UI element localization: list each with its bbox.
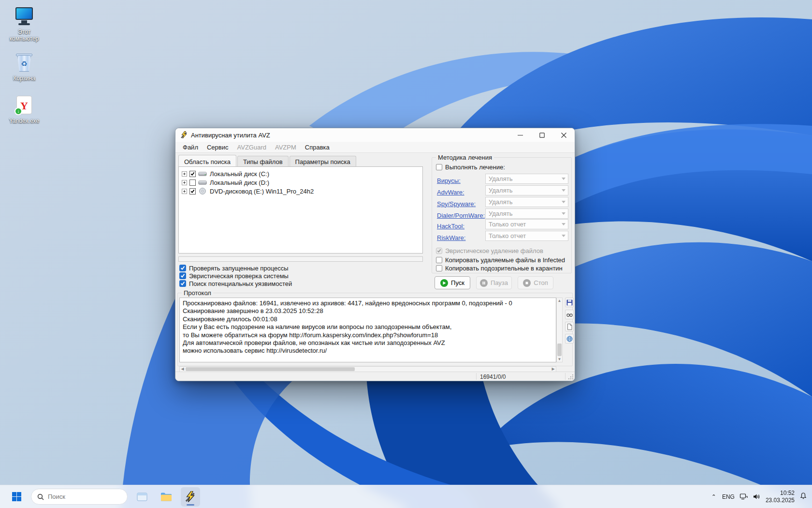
checkbox-unchecked[interactable] xyxy=(189,179,196,186)
combo-value: Только отчет xyxy=(489,221,526,228)
play-icon xyxy=(440,279,448,287)
log-line: Для автоматической проверки файлов, не о… xyxy=(183,339,553,347)
window-app-icon xyxy=(136,491,148,503)
this-pc-icon xyxy=(14,6,35,27)
option-label: Копировать подозрительные в карантин xyxy=(445,265,563,272)
taskbar-clock[interactable]: 10:52 23.03.2025 xyxy=(766,490,795,504)
option-copy-suspicious[interactable]: Копировать подозрительные в карантин xyxy=(436,264,563,272)
chevron-down-icon xyxy=(562,201,566,203)
combo-value: Удалять xyxy=(489,198,512,206)
menu-help[interactable]: Справка xyxy=(301,142,334,152)
tree-item-label: DVD-дисковод (E:) Win11_Pro_24h2 xyxy=(210,188,314,195)
log-toolbar xyxy=(565,298,574,346)
option-copy-deleted[interactable]: Копировать удаляемые файлы в Infected xyxy=(436,256,565,264)
title-bar[interactable]: Антивирусная утилита AVZ xyxy=(175,128,575,142)
start-menu-button[interactable] xyxy=(7,487,26,507)
stop-button: Стоп xyxy=(518,276,553,289)
scroll-down-icon[interactable]: ▼ xyxy=(557,357,562,362)
combo-hacktool: Только отчет xyxy=(485,219,568,229)
option-check-processes[interactable]: Проверять запущенные процессы xyxy=(179,264,289,272)
search-input[interactable] xyxy=(48,493,111,500)
combo-advware: Удалять xyxy=(485,185,568,195)
windows-logo-icon xyxy=(12,492,21,501)
tree-row-disk-c[interactable]: Локальный диск (C:) xyxy=(181,169,420,178)
option-label: Эвристическое удаление файлов xyxy=(445,247,543,254)
save-log-button[interactable] xyxy=(565,298,574,307)
desktop-icon-label: Корзина xyxy=(4,75,44,82)
notification-tray-item[interactable] xyxy=(799,492,807,502)
network-tray-item[interactable] xyxy=(740,493,748,501)
group-title: Протокол xyxy=(182,289,213,297)
expand-icon[interactable] xyxy=(182,180,187,185)
link-advware[interactable]: AdvWare: xyxy=(437,189,464,196)
combo-value: Удалять xyxy=(489,187,512,194)
close-button[interactable] xyxy=(553,128,575,142)
clear-log-button[interactable] xyxy=(565,322,574,331)
menu-file[interactable]: Файл xyxy=(178,142,203,152)
expand-icon[interactable] xyxy=(182,189,187,194)
tree-item-label: Локальный диск (C:) xyxy=(210,170,269,178)
tree-item-label: Локальный диск (D:) xyxy=(210,179,269,186)
link-riskware[interactable]: RiskWare: xyxy=(437,234,465,241)
link-dialer[interactable]: Dialer/PornWare: xyxy=(437,212,485,219)
desktop-icon-yandex-exe[interactable]: Y↓ Yandex.exe xyxy=(4,95,44,124)
log-line: Если у Вас есть подозрение на наличие ви… xyxy=(183,323,553,331)
search-icon xyxy=(37,493,44,500)
taskbar-item-avz[interactable] xyxy=(181,487,200,507)
option-label: Проверять запущенные процессы xyxy=(189,265,289,272)
scan-progress-bar xyxy=(178,256,423,262)
tree-row-dvd-e[interactable]: DVD-дисковод (E:) Win11_Pro_24h2 xyxy=(181,187,420,195)
perform-treatment-checkbox[interactable]: Выполнять лечение: xyxy=(436,164,505,171)
status-bar: 16941/0/0 xyxy=(175,372,575,381)
checkbox-checked[interactable] xyxy=(189,171,196,177)
desktop-icon-recycle-bin[interactable]: ♻ Корзина xyxy=(4,52,44,82)
checkbox-checked xyxy=(179,272,186,279)
desktop-icon-this-pc[interactable]: Этот компьютер xyxy=(4,6,44,42)
log-line: Сканирование завершено в 23.03.2025 10:5… xyxy=(183,307,553,315)
group-title: Методика лечения xyxy=(436,154,494,161)
scrollbar-thumb[interactable] xyxy=(557,344,562,356)
checkbox-unchecked xyxy=(436,257,442,263)
maximize-button[interactable] xyxy=(531,128,553,142)
tree-row-disk-d[interactable]: Локальный диск (D:) xyxy=(181,178,420,187)
scrollbar-thumb[interactable] xyxy=(186,367,355,371)
scan-counter: 16941/0/0 xyxy=(480,374,506,380)
option-vulnerability-search[interactable]: Поиск потенциальных уязвимостей xyxy=(179,280,292,287)
tab-search-area[interactable]: Область поиска xyxy=(178,155,236,168)
scroll-right-icon[interactable]: ▶ xyxy=(551,367,556,372)
web-service-button[interactable] xyxy=(565,334,574,344)
taskbar: ⌃ ENG 10:52 23.03.2025 xyxy=(0,485,812,508)
scroll-up-icon[interactable]: ▲ xyxy=(557,298,562,303)
taskbar-search[interactable] xyxy=(31,489,128,505)
language-indicator[interactable]: ENG xyxy=(722,493,735,500)
minimize-button[interactable] xyxy=(509,128,531,142)
combo-viruses: Удалять xyxy=(485,174,568,184)
checkbox-checked[interactable] xyxy=(189,188,196,194)
link-spyware[interactable]: Spy/Spyware: xyxy=(437,200,476,208)
combo-value: Удалять xyxy=(489,210,512,217)
desktop-icon-label: Этот компьютер xyxy=(4,29,44,42)
speaker-icon xyxy=(753,493,761,501)
protocol-log[interactable]: Просканировано файлов: 16941, извлечено … xyxy=(179,298,556,362)
taskbar-item-explorer[interactable] xyxy=(157,487,176,507)
button-label: Стоп xyxy=(534,279,548,286)
view-log-button[interactable] xyxy=(565,310,574,319)
button-label: Пуск xyxy=(451,279,464,286)
option-heuristic-check[interactable]: Эвристическая проверка системы xyxy=(179,272,289,280)
menu-service[interactable]: Сервис xyxy=(203,142,233,152)
link-hacktool[interactable]: HackTool: xyxy=(437,223,464,230)
taskbar-item-window[interactable] xyxy=(132,487,152,507)
volume-tray-item[interactable] xyxy=(753,493,761,501)
start-button[interactable]: Пуск xyxy=(435,276,470,289)
expand-icon[interactable] xyxy=(182,171,187,177)
link-viruses[interactable]: Вирусы: xyxy=(437,177,461,184)
statusbar-separator xyxy=(565,373,566,380)
bell-icon xyxy=(799,492,807,500)
eyeglasses-icon xyxy=(566,312,573,318)
pause-icon xyxy=(480,279,488,287)
cd-icon xyxy=(198,188,207,194)
resize-grip[interactable] xyxy=(568,374,574,380)
tray-overflow-chevron[interactable]: ⌃ xyxy=(710,493,717,500)
scroll-left-icon[interactable]: ◀ xyxy=(180,367,185,372)
log-vertical-scrollbar[interactable]: ▲ ▼ xyxy=(556,298,563,362)
